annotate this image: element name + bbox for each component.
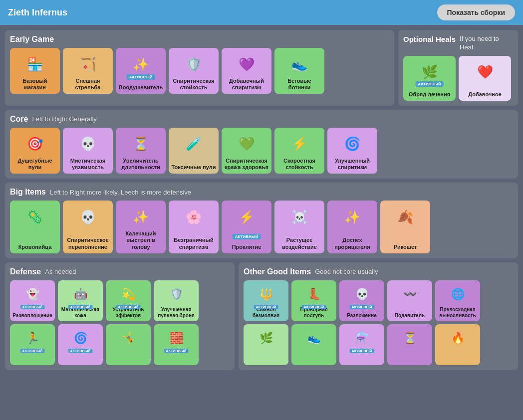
active-badge: АКТИВНЫЙ	[20, 305, 45, 309]
list-item[interactable]: 〰️Подавитель	[387, 280, 432, 321]
item-icon: ✨	[128, 205, 153, 229]
list-item[interactable]: 🌀Улучшенный спиритизм	[327, 128, 377, 174]
item-label: Беговые ботинки	[276, 78, 322, 91]
item-label: Проклятие	[232, 244, 262, 250]
core-title: Core	[10, 115, 28, 124]
item-label: Душегубные пули	[12, 158, 58, 171]
show-builds-button[interactable]: Показать сборки	[437, 4, 515, 20]
list-item[interactable]: 💫АКТИВНЫЙУстранитель эффектов	[106, 280, 151, 321]
list-item[interactable]: 💜Добавочный спиритизм	[222, 48, 271, 94]
item-label: Базовый магазин	[12, 78, 58, 91]
item-icon: 🌸	[181, 205, 206, 229]
item-icon: 🛡️	[181, 52, 206, 77]
list-item[interactable]: 💀Мистическая уязвимость	[63, 128, 113, 174]
item-icon: 💀	[75, 132, 100, 157]
early-game-items: 🏪Базовый магазин🏹Спешная стрельба✨АКТИВН…	[10, 48, 389, 94]
heal-item[interactable]: ❤️Добавочное	[459, 56, 511, 101]
early-game-header: Early Game	[10, 35, 389, 44]
item-icon: 🌀	[69, 327, 91, 349]
list-item[interactable]: 🍂Рикошет	[380, 201, 430, 253]
defense-title: Defense	[10, 267, 41, 276]
list-item[interactable]: 👟Беговые ботинки	[274, 48, 324, 94]
optional-heals-items: 🌿АКТИВНЫЙОбряд лечения❤️Добавочное	[403, 56, 513, 101]
list-item[interactable]: 👻АКТИВНЫЙРазвоплощение	[10, 280, 55, 321]
core-section: Core Left to Right Generally 🎯Душегубные…	[5, 110, 518, 179]
page-title: Zieth Infernus	[8, 7, 67, 18]
list-item[interactable]: 🧱АКТИВНЫЙ	[154, 324, 199, 365]
active-badge: АКТИВНЫЙ	[415, 81, 444, 87]
active-badge: АКТИВНЫЙ	[233, 234, 261, 239]
list-item[interactable]: 🛡️Улучшенная пулевая броня	[154, 280, 199, 321]
item-icon: 🍂	[393, 205, 418, 229]
item-icon: 👟	[303, 327, 325, 349]
item-icon: 🏪	[22, 52, 47, 77]
item-icon: 🏹	[75, 52, 100, 77]
item-label: Спиритическая стойкость	[171, 78, 217, 91]
list-item[interactable]: 🏃АКТИВНЫЙ	[10, 324, 55, 365]
list-item[interactable]: 💚Спиритическая кража здоровья	[222, 128, 271, 174]
main-content: Early Game 🏪Базовый магазин🏹Спешная стре…	[0, 25, 523, 375]
item-label: Кровопийца	[18, 244, 52, 250]
item-icon: ❤️	[473, 60, 498, 85]
item-icon: 👟	[287, 52, 312, 77]
list-item[interactable]: 🌐Превосходная выносливость	[435, 280, 480, 321]
item-icon: 🏃	[21, 327, 43, 349]
item-icon: 🔱	[255, 283, 277, 305]
item-label: Добавочное	[468, 91, 502, 98]
list-item[interactable]: 🌀АКТИВНЫЙ	[58, 324, 103, 365]
defense-header: Defense As needed	[10, 267, 230, 276]
heal-item[interactable]: 🌿АКТИВНЫЙОбряд лечения	[403, 56, 456, 101]
item-label: Скоростная стойкость	[276, 158, 322, 171]
item-label: Растущее воздействие	[276, 237, 322, 250]
list-item[interactable]: 🛡️Спиритическая стойкость	[169, 48, 219, 94]
list-item[interactable]: 👟	[291, 324, 336, 365]
item-icon: ⏳	[128, 132, 153, 157]
list-item[interactable]: 👢АКТИВНЫЙПроворная поступь	[291, 280, 336, 321]
list-item[interactable]: 🤸	[106, 324, 151, 365]
optional-heals-desc: If you need to Heal	[460, 35, 513, 52]
item-label: Рикошет	[394, 244, 417, 250]
list-item[interactable]: ✨АКТИВНЫЙВоодушевитель	[116, 48, 166, 94]
list-item[interactable]: 🌿	[244, 324, 288, 365]
list-item[interactable]: ⚗️АКТИВНЫЙ	[339, 324, 384, 365]
list-item[interactable]: ⚡Скоростная стойкость	[274, 128, 324, 174]
core-subtitle: Left to Right Generally	[32, 115, 96, 123]
list-item[interactable]: 🔥	[435, 324, 480, 365]
big-items-title: Big Items	[10, 188, 46, 197]
list-item[interactable]: 💀АКТИВНЫЙРазложение	[339, 280, 384, 321]
item-icon: 🌐	[447, 283, 469, 305]
item-icon: 🦠	[22, 205, 47, 229]
header: Zieth Infernus Показать сборки	[0, 0, 523, 25]
list-item[interactable]: ✨Доспех прорицателя	[327, 201, 377, 253]
item-icon: ⚡	[234, 205, 259, 229]
item-icon: ⚗️	[351, 327, 373, 349]
item-label: Развоплощение	[12, 313, 52, 319]
list-item[interactable]: ☠️Растущее воздействие	[274, 201, 324, 253]
list-item[interactable]: ⚡АКТИВНЫЙПроклятие	[222, 201, 271, 253]
item-icon: 🎯	[22, 132, 47, 157]
list-item[interactable]: 🌸Безграничный спиритизм	[169, 201, 219, 253]
item-icon: ☠️	[287, 205, 312, 229]
list-item[interactable]: 🧪Токсичные пули	[169, 128, 219, 174]
item-icon: 💀	[75, 205, 100, 229]
list-item[interactable]: 🎯Душегубные пули	[10, 128, 60, 174]
item-label: Воодушевитель	[119, 84, 163, 91]
item-icon: 💚	[234, 132, 259, 157]
optional-heals-header: Optional Heals If you need to Heal	[403, 35, 513, 52]
list-item[interactable]: ⏳Увеличитель длительности	[116, 128, 166, 174]
active-badge: АКТИВНЫЙ	[127, 74, 155, 80]
core-header: Core Left to Right Generally	[10, 115, 513, 124]
list-item[interactable]: 🔱АКТИВНЫЙСимвол безмолвия	[244, 280, 288, 321]
list-item[interactable]: 🏪Базовый магазин	[10, 48, 60, 94]
list-item[interactable]: 🦠Кровопийца	[10, 201, 60, 253]
list-item[interactable]: ✨Калечащий выстрел в голову	[116, 201, 166, 253]
item-icon: ✨	[340, 205, 365, 229]
big-items-section: Big Items Left to Right more likely, Lee…	[5, 183, 518, 258]
list-item[interactable]: 💀Спиритическое переполнение	[63, 201, 113, 253]
list-item[interactable]: 🏹Спешная стрельба	[63, 48, 113, 94]
list-item[interactable]: ⏳	[387, 324, 432, 365]
item-label: Увеличитель длительности	[118, 158, 164, 171]
list-item[interactable]: 🤖АКТИВНЫЙМеталлическая кожа	[58, 280, 103, 321]
big-items-header: Big Items Left to Right more likely, Lee…	[10, 188, 513, 197]
item-label: Добавочный спиритизм	[224, 78, 269, 91]
